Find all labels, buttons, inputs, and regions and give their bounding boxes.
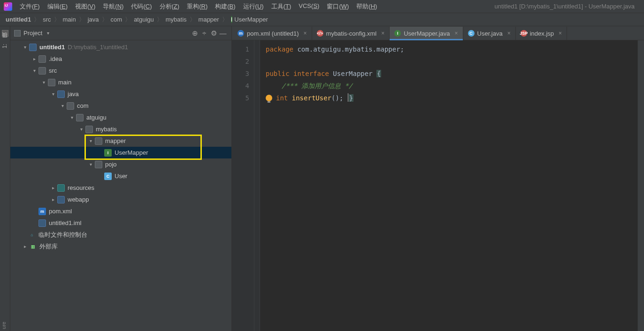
chevron-right-icon: 〉 bbox=[156, 15, 164, 24]
tree-main-folder[interactable]: ▾ main bbox=[10, 76, 231, 88]
left-tool-gutter[interactable]: 1: 项目 bbox=[0, 26, 10, 331]
gear-icon[interactable]: ⚙ bbox=[209, 29, 218, 38]
menu-item-3[interactable]: 导航(N) bbox=[99, 2, 127, 11]
tree-mybatis-package[interactable]: ▾ mybatis bbox=[10, 123, 231, 135]
chevron-right-icon: 〉 bbox=[78, 15, 86, 24]
tool-window-icon[interactable] bbox=[2, 30, 8, 37]
window-title: untitled1 [D:\mybatis_1\untitled1] - Use… bbox=[495, 3, 642, 10]
chevron-down-icon[interactable]: ▾ bbox=[87, 162, 94, 167]
keyword: package bbox=[266, 45, 293, 53]
close-icon[interactable]: × bbox=[455, 30, 458, 37]
line-number[interactable]: 4 bbox=[232, 80, 249, 92]
tree-idea-folder[interactable]: ▸ .idea bbox=[10, 53, 231, 65]
project-tree[interactable]: ▾ untitled1 D:\mybatis_1\untitled1 ▸ .id… bbox=[10, 40, 231, 331]
intention-bulb-icon[interactable] bbox=[266, 95, 272, 101]
close-icon[interactable]: × bbox=[304, 30, 307, 37]
code-line-3[interactable]: public interface UserMapper { bbox=[266, 68, 637, 80]
chevron-right-icon[interactable]: ▸ bbox=[22, 244, 28, 249]
menu-item-8[interactable]: 运行(U) bbox=[239, 2, 268, 11]
menu-item-11[interactable]: 窗口(W) bbox=[323, 2, 353, 11]
tree-com-package[interactable]: ▾ com bbox=[10, 100, 231, 112]
tab-label: pom.xml (untitled1) bbox=[247, 30, 299, 37]
tree-external-libraries[interactable]: ▸ ▥ 外部库 bbox=[10, 241, 231, 252]
brace: { bbox=[376, 70, 381, 77]
menu-item-5[interactable]: 分析(Z) bbox=[156, 2, 184, 11]
menu-item-0[interactable]: 文件(F) bbox=[16, 2, 44, 11]
chevron-down-icon[interactable]: ▾ bbox=[40, 80, 47, 85]
breadcrumb-item[interactable]: com bbox=[109, 16, 124, 23]
chevron-down-icon[interactable]: ▾ bbox=[59, 103, 66, 108]
minimize-icon[interactable]: — bbox=[218, 29, 228, 38]
sidebar-title-button[interactable]: Project ▾ bbox=[14, 30, 190, 37]
tree-pom-file[interactable]: m pom.xml bbox=[10, 205, 231, 217]
breadcrumb-label: mybatis bbox=[166, 16, 187, 23]
close-icon[interactable]: × bbox=[381, 30, 384, 37]
close-icon[interactable]: × bbox=[507, 30, 511, 37]
tree-atguigu-package[interactable]: ▾ atguigu bbox=[10, 112, 231, 123]
code-area[interactable]: package com.atguigu.mybatis.mapper; publ… bbox=[260, 40, 637, 331]
chevron-down-icon[interactable]: ▾ bbox=[31, 68, 38, 73]
breadcrumb-item[interactable]: mapper bbox=[197, 16, 221, 23]
code-line-1[interactable]: package com.atguigu.mybatis.mapper; bbox=[266, 43, 637, 55]
menu-item-4[interactable]: 代码(C) bbox=[127, 2, 155, 11]
breadcrumb-item[interactable]: IUserMapper bbox=[229, 16, 270, 23]
chevron-down-icon[interactable]: ▾ bbox=[69, 115, 75, 120]
left-gutter-label[interactable]: 1: 项目 bbox=[1, 42, 9, 48]
tree-resources-folder[interactable]: ▸ resources bbox=[10, 182, 231, 194]
tree-iml-file[interactable]: untitled1.iml bbox=[10, 217, 231, 229]
fold-gutter[interactable] bbox=[254, 40, 260, 331]
tree-src-folder[interactable]: ▾ src bbox=[10, 65, 231, 76]
code-line-4[interactable]: /*** 添加用户信息 */ bbox=[266, 80, 637, 92]
tree-usermapper-file[interactable]: I UserMapper bbox=[10, 147, 231, 158]
editor-tab[interactable]: </>mybatis-config.xml× bbox=[312, 27, 390, 40]
breadcrumb-item[interactable]: src bbox=[41, 16, 53, 23]
editor-tab[interactable]: IUserMapper.java× bbox=[390, 27, 463, 40]
chevron-down-icon[interactable]: ▾ bbox=[87, 138, 94, 143]
line-number[interactable]: 1 bbox=[232, 43, 249, 55]
tree-mapper-package[interactable]: ▾ mapper bbox=[10, 135, 231, 147]
line-number[interactable]: 2 bbox=[232, 55, 249, 68]
chevron-right-icon[interactable]: ▸ bbox=[31, 56, 38, 61]
editor-tab[interactable]: CUser.java× bbox=[463, 27, 516, 40]
breadcrumb-item[interactable]: mybatis bbox=[164, 16, 189, 23]
chevron-down-icon[interactable]: ▾ bbox=[22, 45, 28, 50]
editor-tab[interactable]: JSPindex.jsp× bbox=[516, 27, 567, 40]
breadcrumb-item[interactable]: main bbox=[61, 16, 78, 23]
sources-folder-icon bbox=[57, 90, 65, 98]
tree-webapp-folder[interactable]: ▸ webapp bbox=[10, 194, 231, 205]
menu-item-6[interactable]: 重构(R) bbox=[183, 2, 211, 11]
expand-icon[interactable]: ÷ bbox=[199, 29, 209, 38]
close-icon[interactable]: × bbox=[559, 30, 562, 37]
chevron-right-icon[interactable]: ▸ bbox=[50, 197, 56, 202]
chevron-down-icon[interactable]: ▾ bbox=[78, 127, 84, 132]
tree-project-root[interactable]: ▾ untitled1 D:\mybatis_1\untitled1 bbox=[10, 41, 231, 53]
keyword: public bbox=[266, 70, 290, 77]
tree-pojo-package[interactable]: ▾ pojo bbox=[10, 158, 231, 170]
breadcrumb-item[interactable]: untitled1 bbox=[4, 16, 33, 23]
libraries-icon: ▥ bbox=[29, 243, 37, 250]
tree-scratches[interactable]: ⌂ 临时文件和控制台 bbox=[10, 229, 231, 241]
breadcrumb-item[interactable]: java bbox=[86, 16, 101, 23]
chevron-down-icon[interactable]: ▾ bbox=[50, 91, 56, 97]
menu-item-1[interactable]: 编辑(E) bbox=[44, 2, 71, 11]
tree-user-file[interactable]: C User bbox=[10, 170, 231, 182]
menu-item-12[interactable]: 帮助(H) bbox=[353, 2, 381, 11]
code-line-5[interactable]: int insertUser(); } bbox=[266, 92, 637, 104]
menu-item-10[interactable]: VCS(S) bbox=[295, 2, 323, 9]
editor-tab[interactable]: mpom.xml (untitled1)× bbox=[233, 27, 312, 40]
chevron-right-icon[interactable]: ▸ bbox=[50, 185, 56, 190]
breadcrumb-item[interactable]: atguigu bbox=[132, 16, 156, 23]
locate-icon[interactable]: ⊕ bbox=[190, 29, 199, 38]
package-icon bbox=[76, 114, 84, 121]
tree-java-folder[interactable]: ▾ java bbox=[10, 88, 231, 100]
code-line-2[interactable] bbox=[266, 55, 637, 68]
error-stripe[interactable] bbox=[637, 40, 644, 331]
breadcrumb-label: src bbox=[43, 16, 51, 23]
menu-item-2[interactable]: 视图(V) bbox=[71, 2, 99, 11]
menu-item-7[interactable]: 构建(B) bbox=[211, 2, 239, 11]
line-number-gutter[interactable]: 12345 bbox=[232, 40, 254, 331]
line-number[interactable]: 5 bbox=[232, 92, 249, 104]
menu-item-9[interactable]: 工具(T) bbox=[268, 2, 295, 11]
tree-label: mapper bbox=[105, 137, 126, 144]
line-number[interactable]: 3 bbox=[232, 68, 249, 80]
